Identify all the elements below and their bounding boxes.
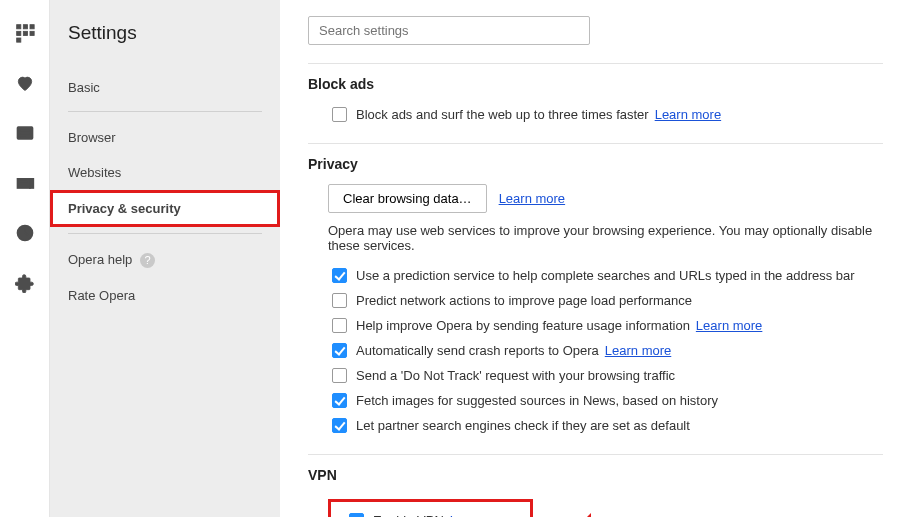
vpn-highlight-box: Enable VPN Learn more	[328, 499, 533, 517]
section-title-block-ads: Block ads	[308, 76, 883, 92]
checkbox-label: Predict network actions to improve page …	[356, 291, 692, 310]
divider	[308, 454, 883, 455]
learn-more-link[interactable]: Learn more	[499, 189, 565, 208]
svg-rect-5	[30, 31, 34, 35]
svg-rect-1	[23, 25, 27, 29]
checkbox-block-ads[interactable]	[332, 107, 347, 122]
speed-dial-icon[interactable]	[14, 22, 36, 44]
checkbox-predict-network[interactable]	[332, 293, 347, 308]
learn-more-link[interactable]: Learn more	[696, 316, 762, 335]
sidebar-item-help[interactable]: Opera help ?	[50, 242, 280, 278]
news-icon[interactable]	[14, 122, 36, 144]
sidebar-item-rate[interactable]: Rate Opera	[50, 278, 280, 313]
clear-browsing-data-button[interactable]: Clear browsing data…	[328, 184, 487, 213]
sidebar-item-websites[interactable]: Websites	[50, 155, 280, 190]
checkbox-label: Enable VPN	[373, 513, 444, 517]
checkbox-news-images[interactable]	[332, 393, 347, 408]
section-title-privacy: Privacy	[308, 156, 883, 172]
divider	[308, 63, 883, 64]
learn-more-link[interactable]: Learn more	[450, 513, 516, 517]
checkbox-feature-usage[interactable]	[332, 318, 347, 333]
extensions-icon[interactable]	[14, 272, 36, 294]
divider	[68, 233, 262, 234]
divider	[308, 143, 883, 144]
left-rail	[0, 0, 50, 517]
search-input[interactable]	[308, 16, 590, 45]
svg-rect-3	[16, 31, 20, 35]
section-title-vpn: VPN	[308, 467, 883, 483]
sidebar-item-privacy[interactable]: Privacy & security	[50, 190, 280, 227]
personal-news-icon[interactable]	[14, 172, 36, 194]
heart-icon[interactable]	[14, 72, 36, 94]
history-icon[interactable]	[14, 222, 36, 244]
svg-rect-6	[16, 38, 20, 42]
checkbox-prediction-service[interactable]	[332, 268, 347, 283]
privacy-note: Opera may use web services to improve yo…	[328, 223, 883, 253]
checkbox-label: Help improve Opera by sending feature us…	[356, 316, 690, 335]
checkbox-label: Let partner search engines check if they…	[356, 416, 690, 435]
checkbox-partner-search[interactable]	[332, 418, 347, 433]
checkbox-do-not-track[interactable]	[332, 368, 347, 383]
learn-more-link[interactable]: Learn more	[655, 105, 721, 124]
sidebar-item-browser[interactable]: Browser	[50, 120, 280, 155]
settings-sidebar: Settings Basic Browser Websites Privacy …	[50, 0, 280, 517]
checkbox-label: Use a prediction service to help complet…	[356, 266, 855, 285]
divider	[68, 111, 262, 112]
checkbox-label: Block ads and surf the web up to three t…	[356, 105, 649, 124]
help-icon: ?	[140, 253, 155, 268]
svg-rect-2	[30, 25, 34, 29]
checkbox-label: Automatically send crash reports to Oper…	[356, 341, 599, 360]
svg-rect-11	[17, 179, 30, 188]
page-title: Settings	[50, 18, 280, 70]
sidebar-item-basic[interactable]: Basic	[50, 70, 280, 105]
svg-rect-4	[23, 31, 27, 35]
main-content: Block ads Block ads and surf the web up …	[280, 0, 911, 517]
learn-more-link[interactable]: Learn more	[605, 341, 671, 360]
svg-rect-12	[30, 179, 33, 188]
sidebar-item-label: Opera help	[68, 252, 132, 267]
checkbox-enable-vpn[interactable]	[349, 513, 364, 517]
svg-rect-0	[16, 25, 20, 29]
checkbox-label: Send a 'Do Not Track' request with your …	[356, 366, 675, 385]
checkbox-label: Fetch images for suggested sources in Ne…	[356, 391, 718, 410]
checkbox-crash-reports[interactable]	[332, 343, 347, 358]
